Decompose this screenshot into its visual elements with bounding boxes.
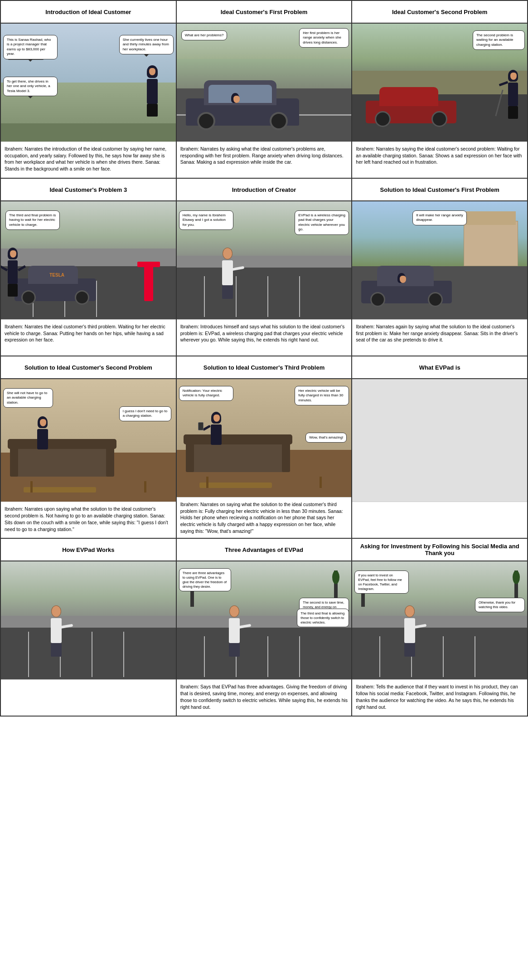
coffee-table2 [199,483,272,488]
scene-sol-third: Notification: Your electric vehicle is f… [177,379,352,497]
desc-intro-customer: Ibrahem: Narrates the introduction of th… [1,141,176,178]
ibrahem-how [51,605,62,657]
supercharger [144,265,153,301]
cell-three-advantages: Three Advantages of EVPad [177,539,353,717]
bubble-sol2-2: I guess I don't need to go to a charging… [119,406,171,421]
header-sol-first: Solution to Ideal Customer's First Probl… [352,179,527,201]
desc-three-advantages: Ibrahem: Says that EVPad has three advan… [177,679,352,716]
bubble-p3: The third and final problem is having to… [5,210,60,230]
bubble-a: Her first problem is her range anxiety w… [299,28,349,48]
bubble-second: The second problem is waiting for an ava… [473,30,525,50]
sanaa-car [231,93,239,103]
header-asking-investment: Asking for Investment by Following his S… [352,539,527,561]
bubble-sol3-1: Her electric vehicle will be fully charg… [295,386,349,405]
sanaa-hips [8,248,18,297]
desc-sol-third: Ibrahem: Narrates on saying what the sol… [177,497,352,538]
sanaa-figure [147,65,158,117]
bubble-sol-1: It will make her range anxiety disappear… [412,210,467,225]
scene-asking-investment: If you want to invest on EVPad, feel fre… [352,561,527,679]
sanaa-frustrated [508,70,518,119]
bubble-invest-2: Otherwise, thank you for watching this v… [475,598,525,612]
header-problem3: Ideal Customer's Problem 3 [1,179,176,201]
bubble-1: This is Sanaa Rashad, who is a project m… [3,35,58,59]
scene-first-problem: What are her problems? Her first problem… [177,24,352,141]
sanaa-couch [37,416,48,449]
cell-sol-second: Solution to Ideal Customer's Second Prob… [1,356,177,539]
header-intro-customer: Introduction of Ideal Customer [1,1,176,24]
scene-sol-second: She will not have to go to an available … [1,379,176,502]
ibrahem-invest [404,605,415,657]
bubble-3: To get there, she drives in her one and … [3,77,58,96]
bubble-invest-1: If you want to invest on EVPad, feel fre… [354,570,409,594]
scene-what-evpad [352,379,527,502]
cell-problem3: Ideal Customer's Problem 3 T [1,179,177,356]
bubble-sol2-1: She will not have to go to an available … [3,388,53,408]
header-how-evpad: How EVPad Works [1,539,176,561]
scene-second-problem: The second problem is waiting for an ava… [352,24,527,141]
desc-how-evpad [1,679,176,716]
bubble-notif: Notification: Your electric vehicle is f… [179,386,233,401]
car-tesla-large [186,85,299,126]
cell-what-evpad: What EVPad is [352,356,528,539]
scene-problem3: TESLA The third and final problem is ha [1,201,176,319]
scene-intro-customer: This is Sanaa Rashad, who is a project m… [1,24,176,141]
desc-second-problem: Ibrahem: Narrates by saying the ideal cu… [352,141,527,178]
desc-problem3: Ibrahem: Narrates the ideal customer's t… [1,319,176,356]
cell-second-problem: Ideal Customer's Second Problem [352,1,528,179]
desc-what-evpad [352,502,527,538]
scene-sol-first: It will make her range anxiety disappear… [352,201,527,319]
bubble-q: What are her problems? [181,30,228,40]
bubble-adv-3: The third and final is allowing those to… [297,609,349,627]
storyboard-grid: Introduction of Ideal Customer This is S… [0,0,528,717]
bubble-creator-2: EVPad is a wireless charging pad that ch… [295,210,349,235]
header-sol-third: Solution to Ideal Customer's Third Probl… [177,356,352,379]
cell-sol-third: Solution to Ideal Customer's Third Probl… [177,356,353,539]
header-second-problem: Ideal Customer's Second Problem [352,1,527,24]
header-what-evpad: What EVPad is [352,356,527,379]
red-car [366,89,456,123]
desc-intro-creator: Ibrahem: Introduces himself and says wha… [177,319,352,356]
desc-first-problem: Ibrahem: Narrates by asking what the ide… [177,141,352,178]
ibrahem-advantages [229,605,240,657]
cell-how-evpad: How EVPad Works [1,539,177,717]
cell-intro-creator: Introduction of Creator [177,179,353,356]
bubble-adv-1: There are three advantages to using EVPa… [179,568,231,591]
header-intro-creator: Introduction of Creator [177,179,352,201]
bubble-sol3-2: Wow, that's amazing! [305,433,347,443]
scene-how-evpad [1,561,176,679]
car-supercharger: TESLA [15,267,96,301]
header-sol-second: Solution to Ideal Customer's Second Prob… [1,356,176,379]
car-driving [361,269,452,303]
desc-sol-second: Ibrahem: Narrates upon saying what the s… [1,502,176,538]
bubble-creator-1: Hello, my name is Ibrahem Elsawy and I g… [179,210,233,230]
cell-first-problem: Ideal Customer's First Problem [177,1,353,179]
bubble-2: She currently lives one hour and thirty … [119,35,174,54]
cell-intro-customer: Introduction of Ideal Customer This is S… [1,1,177,179]
ibrahem-figure [222,248,233,299]
desc-asking-investment: Ibrahem: Tells the audience that if they… [352,679,527,716]
sanaa-driver [397,273,406,283]
header-three-advantages: Three Advantages of EVPad [177,539,352,561]
sanaa-phone [211,412,222,445]
cell-sol-first: Solution to Ideal Customer's First Probl… [352,179,528,356]
scene-three-advantages: There are three advantages to using EVPa… [177,561,352,679]
scene-intro-creator: Hello, my name is Ibrahem Elsawy and I g… [177,201,352,319]
coffee-table [24,487,96,492]
desc-sol-first: Ibrahem: Narrates again by saying what t… [352,319,527,356]
header-first-problem: Ideal Customer's First Problem [177,1,352,24]
cell-asking-investment: Asking for Investment by Following his S… [352,539,528,717]
